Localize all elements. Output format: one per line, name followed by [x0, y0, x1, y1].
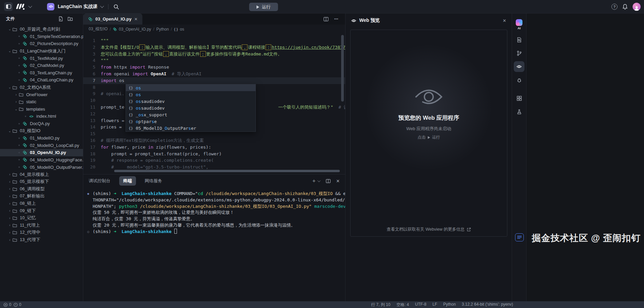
status-item[interactable]: LF	[432, 302, 437, 308]
chevron-right-icon[interactable]: ›	[14, 100, 18, 104]
test-beaker-icon[interactable]	[514, 106, 524, 117]
chevron-down-icon[interactable]: ⌄	[7, 85, 12, 89]
tree-item-01_LangChain快速入门[interactable]: ⌄01_LangChain快速入门	[0, 47, 83, 55]
notebook-icon[interactable]	[515, 233, 524, 241]
chevron-right-icon[interactable]: ›	[7, 231, 12, 234]
tree-item-00_开篇词_奇点时刻[interactable]: ⌄00_开篇词_奇点时刻	[0, 26, 83, 33]
suggest-item[interactable]: {}optparse	[126, 118, 256, 125]
help-icon[interactable]: ?	[611, 4, 617, 10]
tree-item-index.html[interactable]: <>index.html	[0, 113, 83, 120]
chevron-down-icon[interactable]: ⌄	[14, 107, 18, 111]
suggest-item[interactable]: {}_osx_support	[126, 111, 256, 118]
vertical-scrollbar[interactable]	[341, 35, 344, 102]
ai-assistant-button[interactable]: AI	[514, 17, 524, 32]
tree-item-13_代理下[interactable]: ›13_代理下	[0, 236, 83, 243]
tree-item-06_调用模型[interactable]: ›06_调用模型	[0, 185, 83, 193]
tree-item-05_ModelIO_OutputParser.py[interactable]: 05_ModelIO_OutputParser.py	[0, 163, 83, 171]
close-preview-icon[interactable]: ✕	[503, 18, 506, 23]
suggest-item[interactable]: {}ossaudiodev	[126, 105, 256, 111]
tree-item-10_记忆[interactable]: ›10_记忆	[0, 214, 83, 222]
source-control-icon[interactable]	[514, 48, 524, 59]
status-item[interactable]: 行 7, 列 10	[371, 302, 390, 308]
tree-item-04_ModelIO_HuggingFace.py[interactable]: 04_ModelIO_HuggingFace.py	[0, 156, 83, 164]
chevron-right-icon[interactable]: ›	[7, 209, 12, 213]
tree-item-02_ModelIO_LoopCall.py[interactable]: 02_ModelIO_LoopCall.py	[0, 142, 83, 149]
code-editor[interactable]: 1"""2本文件是【模型I/O：输入提示、调用模型、解析输出】章节的配套代码，课…	[83, 34, 345, 174]
tree-item-05_提示模板下[interactable]: ›05_提示模板下	[0, 178, 83, 185]
logo-chevron-down-icon[interactable]	[28, 4, 32, 8]
chevron-right-icon[interactable]: ›	[7, 238, 12, 242]
tree-item-04_提示模板上[interactable]: ›04_提示模板上	[0, 171, 83, 178]
chevron-down-icon[interactable]: ⌄	[7, 27, 12, 31]
marscode-logo-icon[interactable]	[16, 3, 26, 10]
chevron-right-icon[interactable]: ›	[7, 202, 12, 205]
status-item[interactable]: Python	[443, 302, 456, 308]
suggest-item[interactable]: {}os	[126, 91, 256, 98]
tab-network-service[interactable]: 网络服务	[145, 178, 162, 184]
tree-item-DocQA.py[interactable]: DocQA.py	[0, 120, 83, 127]
close-panel-icon[interactable]: ✕	[336, 179, 340, 184]
tab-03-openai-io[interactable]: 03_OpenAI_IO.py ✕	[83, 13, 142, 25]
tree-item-templates[interactable]: ⌄templates	[0, 106, 83, 113]
status-item[interactable]: 3.12.2 64-bit ('shims': pyenv)	[462, 302, 513, 308]
tree-item-01_TextModel.py[interactable]: 01_TextModel.py	[0, 54, 83, 62]
tree-item-04_ChatLongChain.py[interactable]: 04_ChatLongChain.py	[0, 76, 83, 84]
chevron-right-icon[interactable]: ›	[7, 187, 12, 191]
user-avatar[interactable]	[633, 3, 641, 11]
tree-item-02_PictureDescription.py[interactable]: 02_PictureDescription.py	[0, 40, 83, 47]
tab-terminal[interactable]: 终端	[119, 176, 136, 186]
breadcrumb-symbol[interactable]: os	[180, 27, 184, 32]
chevron-down-icon[interactable]: ⌄	[7, 49, 12, 53]
search-icon[interactable]	[113, 4, 119, 10]
new-folder-icon[interactable]	[67, 16, 73, 22]
chevron-right-icon[interactable]: ›	[7, 172, 12, 176]
bell-icon[interactable]	[622, 4, 628, 10]
status-item[interactable]: 空格: 4	[397, 302, 409, 308]
project-title[interactable]: LangChain 实战课	[58, 4, 97, 10]
split-editor-icon[interactable]	[323, 16, 329, 22]
tree-item-OneFlower[interactable]: ›OneFlower	[0, 91, 83, 98]
tree-item-07_解析输出[interactable]: ›07_解析输出	[0, 193, 83, 200]
tab-debug-console[interactable]: 调试控制台	[89, 178, 110, 184]
web-preview-activity-icon[interactable]	[514, 61, 524, 72]
breadcrumb-lang[interactable]: Python	[156, 27, 169, 32]
tree-item-08_链上[interactable]: ›08_链上	[0, 200, 83, 207]
chevron-right-icon[interactable]: ›	[14, 93, 18, 97]
tree-item-static[interactable]: ›static	[0, 98, 83, 106]
tree-item-11_代理上[interactable]: ›11_代理上	[0, 222, 83, 229]
chevron-right-icon[interactable]: ›	[7, 216, 12, 220]
tree-item-12_代理中[interactable]: ›12_代理中	[0, 229, 83, 236]
new-file-icon[interactable]	[58, 16, 63, 22]
tree-item-02_ChatModel.py[interactable]: 02_ChatModel.py	[0, 62, 83, 69]
suggest-item[interactable]: {}ossaudiodev	[126, 98, 256, 105]
chevron-right-icon[interactable]: ›	[7, 180, 12, 184]
horizontal-scrollbar[interactable]	[114, 170, 340, 172]
tree-item-02_文档QA系统[interactable]: ⌄02_文档QA系统	[0, 84, 83, 91]
sidebar-toggle-button[interactable]	[4, 2, 13, 11]
file-search-icon[interactable]	[514, 34, 524, 45]
breadcrumb-folder[interactable]: 03_模型IO	[89, 26, 108, 32]
problems-warnings[interactable]: 0	[13, 302, 21, 307]
split-terminal-icon[interactable]	[326, 179, 331, 184]
webview-doc-link[interactable]: 查看文档以获取有关 Webview 的更多信息	[351, 227, 507, 232]
chevron-right-icon[interactable]: ›	[7, 223, 12, 227]
tree-item-03_OpenAI_IO.py[interactable]: 03_OpenAI_IO.py	[0, 149, 83, 156]
extensions-icon[interactable]	[514, 93, 524, 104]
tree-item-01_ModelIO.py[interactable]: 01_ModelIO.py	[0, 134, 83, 142]
run-button[interactable]: 运行	[249, 3, 278, 11]
suggest-item[interactable]: {}os	[126, 84, 256, 91]
terminal-dropdown-icon[interactable]	[318, 179, 321, 182]
new-terminal-icon[interactable]: ＋	[311, 178, 317, 185]
chevron-down-icon[interactable]: ⌄	[7, 129, 12, 133]
terminal-content[interactable]: ●(shims) ➜ LangChain-shizhanke COMMAND="…	[83, 187, 345, 235]
chevron-right-icon[interactable]: ›	[7, 194, 12, 198]
problems-errors[interactable]: 0	[3, 302, 11, 307]
more-actions-icon[interactable]: ⋯	[334, 16, 339, 22]
debug-icon[interactable]	[514, 75, 524, 85]
tab-close-icon[interactable]: ✕	[134, 17, 138, 22]
breadcrumb-file[interactable]: 03_OpenAI_IO.py	[119, 27, 151, 32]
project-chevron-down-icon[interactable]	[100, 4, 104, 8]
suggest-item[interactable]: {}05_ModelIO_OutputParser	[126, 125, 256, 131]
tree-item-09_链下[interactable]: ›09_链下	[0, 207, 83, 215]
tree-item-03_TextLangChain.py[interactable]: 03_TextLangChain.py	[0, 69, 83, 77]
